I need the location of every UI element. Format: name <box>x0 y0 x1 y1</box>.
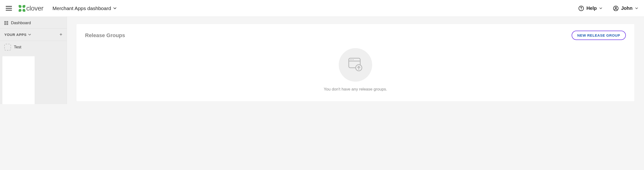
upload-window-icon <box>339 48 372 82</box>
user-name: John <box>621 6 632 11</box>
user-menu[interactable]: John <box>613 6 638 11</box>
chevron-down-icon <box>28 33 31 36</box>
svg-point-3 <box>615 7 616 8</box>
help-icon <box>578 6 584 11</box>
help-label: Help <box>586 6 597 11</box>
brand-logo[interactable]: clover <box>19 5 44 12</box>
empty-state-message: You don't have any release groups. <box>324 87 387 92</box>
app-placeholder-icon <box>4 44 11 50</box>
sidebar-dashboard-label: Dashboard <box>11 21 31 25</box>
help-menu[interactable]: Help <box>578 6 602 11</box>
release-groups-card: Release Groups NEW RELEASE GROUP You d <box>76 24 634 101</box>
sidebar-section-title: YOUR APPS <box>4 33 26 37</box>
menu-icon[interactable] <box>6 5 12 12</box>
sidebar-app-item[interactable]: Test <box>0 41 67 53</box>
empty-state: You don't have any release groups. <box>85 46 626 92</box>
chevron-down-icon <box>599 7 602 10</box>
svg-rect-4 <box>4 21 6 23</box>
app-header: clover Merchant Apps dashboard Help John <box>0 0 644 17</box>
svg-point-12 <box>353 59 354 60</box>
main-content: Release Groups NEW RELEASE GROUP You d <box>67 17 644 104</box>
user-icon <box>613 6 619 11</box>
dashboard-icon <box>4 21 8 25</box>
clover-icon <box>19 5 25 12</box>
svg-point-10 <box>350 59 351 60</box>
breadcrumb-label: Merchant Apps dashboard <box>52 6 111 11</box>
sidebar-app-name: Test <box>14 45 21 50</box>
chevron-down-icon <box>635 7 638 10</box>
brand-name: clover <box>26 5 44 12</box>
chevron-down-icon <box>113 7 117 10</box>
sidebar: Dashboard YOUR APPS + Test <box>0 17 67 104</box>
svg-rect-5 <box>6 21 8 23</box>
sidebar-section-your-apps[interactable]: YOUR APPS + <box>0 28 67 41</box>
svg-point-1 <box>581 9 582 10</box>
svg-rect-6 <box>4 23 6 25</box>
sidebar-blank-card <box>2 56 35 104</box>
svg-point-11 <box>352 59 352 60</box>
add-app-button[interactable]: + <box>60 32 62 37</box>
breadcrumb-dropdown[interactable]: Merchant Apps dashboard <box>52 6 117 11</box>
card-title: Release Groups <box>85 32 125 39</box>
sidebar-item-dashboard[interactable]: Dashboard <box>0 18 67 28</box>
new-release-group-button[interactable]: NEW RELEASE GROUP <box>572 31 626 40</box>
svg-rect-7 <box>6 23 8 25</box>
